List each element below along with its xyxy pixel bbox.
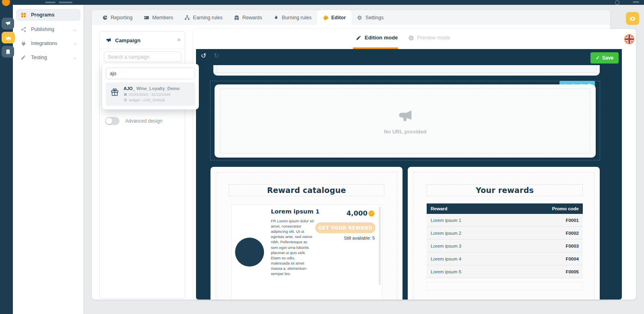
gift-icon (234, 15, 239, 21)
advanced-design-row: Advanced design (105, 117, 162, 125)
tab-editor[interactable]: Editor (317, 10, 351, 25)
your-rewards-widget[interactable]: Your rewards Reward Promo code Lorem ips… (408, 167, 600, 300)
embed-dashed-area: No URL provided (220, 88, 590, 154)
catalogue-title: Reward catalogue (267, 186, 346, 195)
sidebar-item-programs[interactable]: Programs (16, 9, 80, 21)
redo-button[interactable]: ↻ (214, 53, 219, 59)
tab-label: Reporting (111, 15, 132, 21)
loyalty-editor-app: Programs Publishing Integrations Testing (0, 0, 644, 314)
column-reward: Reward (431, 206, 448, 211)
rewards-title-box: Your rewards (427, 184, 583, 196)
pencil-icon (21, 55, 27, 61)
user-avatar-icon[interactable] (615, 0, 619, 5)
tab-reporting[interactable]: Reporting (97, 10, 138, 25)
megaphone-icon (5, 21, 11, 27)
tab-preview-mode[interactable]: Preview mode (408, 35, 450, 41)
tab-earning-rules[interactable]: Earning rules (179, 10, 228, 25)
close-icon[interactable]: × (177, 36, 181, 43)
tab-settings[interactable]: ⚙ Settings (351, 10, 389, 25)
sidebar-item-integrations[interactable]: Integrations (16, 37, 80, 49)
pie-chart-icon (102, 15, 108, 21)
campaign-panel-title: Campaign (115, 37, 140, 43)
tab-edition-mode[interactable]: Edition mode (356, 35, 398, 41)
sidebar-item-label: Programs (31, 12, 54, 18)
gift-icon (110, 87, 120, 97)
campaign-result-name: AJO_ Wine_Loyalty_Demo (124, 86, 180, 91)
building-icon (5, 49, 11, 55)
topbar-text-hint (45, 2, 56, 3)
editor-canvas[interactable]: ↺ ↻ ✓ Save (196, 49, 622, 300)
campaigns-rail-button[interactable] (2, 18, 14, 29)
reward-cell: Lorem ipsum 3 (431, 244, 461, 248)
sidebar-item-testing[interactable]: Testing (16, 51, 80, 64)
promo-code-cell: F0003 (566, 244, 579, 248)
tab-label: Members (152, 15, 173, 21)
promo-code-cell: F0005 (566, 269, 579, 274)
reward-image-placeholder (235, 238, 264, 267)
tab-label: Settings (365, 15, 384, 21)
column-promo-code: Promo code (552, 206, 579, 211)
company-rail-button[interactable] (2, 46, 14, 57)
loyalty-rail-button[interactable] (2, 32, 15, 43)
promo-code-cell: F0002 (566, 231, 579, 236)
coin-icon (368, 210, 375, 217)
campaign-result-dates: 01/01/2023 - 31/12/2026 (124, 92, 180, 96)
megaphone-placeholder-icon (396, 107, 415, 126)
topbar-text-hint (59, 2, 72, 3)
reward-points: 4,000 (347, 209, 367, 217)
table-row: Lorem ipsum 3 F0003 (427, 240, 583, 252)
share-icon (21, 27, 27, 33)
toggle-knob (106, 118, 112, 124)
check-icon: ✓ (596, 55, 600, 61)
campaign-name: Wine_Loyalty_Demo (136, 86, 180, 91)
preview-mode-label: Preview mode (417, 35, 450, 41)
id-card-icon (144, 15, 149, 21)
campaign-query-input[interactable] (106, 68, 195, 79)
reward-cell: Lorem ipsum 4 (431, 257, 461, 261)
reward-name: Lorem ipsum 1 (271, 208, 320, 215)
campaign-panel: Campaign × Advanced design AJO_ Wine_Loy… (99, 31, 185, 299)
table-row: Lorem ipsum 1 F0001 (427, 214, 583, 227)
tab-label: Burning rules (282, 15, 312, 21)
reward-catalogue-widget[interactable]: Reward catalogue Lorem ipsum 1 FR Lorem … (211, 167, 402, 300)
advanced-design-toggle[interactable] (105, 117, 120, 125)
gear-icon: ⚙ (357, 15, 363, 21)
sidebar-item-label: Testing (31, 55, 47, 60)
widget-block-selected[interactable]: No URL provided (211, 81, 600, 160)
widget-block-partial[interactable] (213, 65, 600, 76)
tab-members[interactable]: Members (138, 10, 179, 25)
campaign-name-prefix: AJO_ (124, 86, 135, 91)
campaign-result-item[interactable]: AJO_ Wine_Loyalty_Demo 01/01/2023 - 31/1… (106, 82, 195, 106)
pencil-icon (356, 35, 361, 41)
promo-code-cell: F0004 (566, 257, 579, 261)
catalogue-title-box: Reward catalogue (229, 184, 384, 196)
icon-rail (0, 5, 13, 314)
campaign-search-input[interactable] (104, 51, 182, 62)
save-button[interactable]: ✓ Save (590, 52, 619, 64)
reward-availability: Still available: 5 (344, 236, 375, 240)
quick-preview-button[interactable] (626, 12, 639, 25)
reward-description: FR Lorem ipsum dolor sit amet, consectet… (271, 218, 314, 276)
topbar-menu-icon[interactable] (633, 1, 639, 3)
megaphone-icon (105, 37, 111, 43)
embed-widget: No URL provided (215, 84, 596, 158)
globe-icon (124, 98, 127, 102)
undo-button[interactable]: ↺ (201, 53, 206, 59)
tab-burning-rules[interactable]: Burning rules (268, 10, 317, 25)
catalogue-scrollbar[interactable] (379, 207, 381, 285)
top-bar (0, 0, 644, 5)
eye-icon (629, 15, 636, 22)
sidebar-item-publishing[interactable]: Publishing (16, 23, 80, 35)
uk-flag-icon[interactable] (624, 34, 635, 45)
table-row: Lorem ipsum 4 F0004 (427, 252, 583, 265)
campaign-date-range: 01/01/2023 - 31/12/2026 (129, 92, 171, 96)
get-reward-button[interactable]: GET YOUR REWARD (315, 222, 376, 233)
tab-rewards[interactable]: Rewards (228, 10, 268, 25)
chevron-down-icon (73, 55, 76, 59)
campaign-panel-header: Campaign × (100, 32, 185, 49)
reward-card: Lorem ipsum 1 FR Lorem ipsum dolor sit a… (231, 204, 382, 300)
flame-icon (273, 15, 279, 21)
tab-label: Rewards (242, 15, 262, 21)
chevron-down-icon (73, 41, 76, 45)
calendar-icon (124, 92, 127, 96)
